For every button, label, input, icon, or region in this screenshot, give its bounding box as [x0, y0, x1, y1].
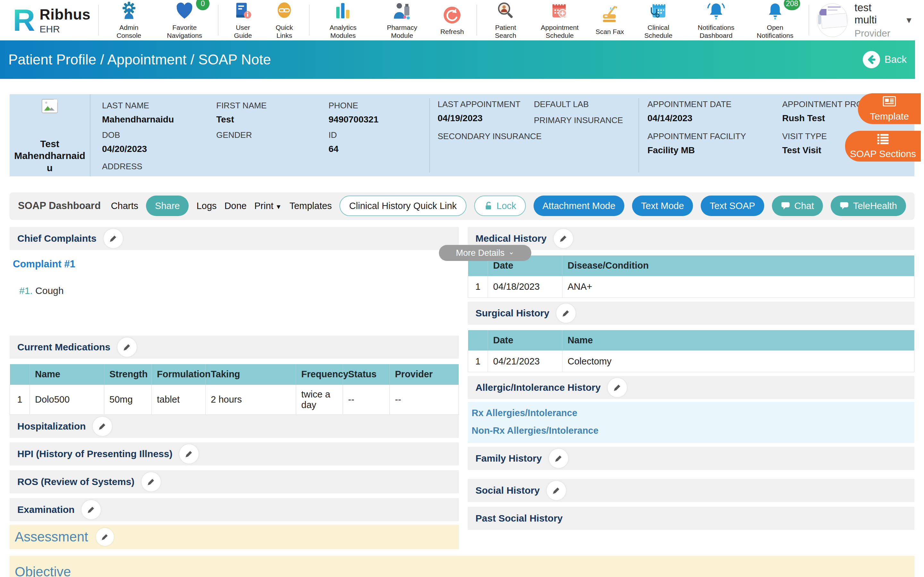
cell-name: Dolo500 [30, 385, 104, 414]
provider-avatar [817, 3, 848, 37]
template-button[interactable]: Template [858, 93, 921, 124]
edit-pencil-icon[interactable] [96, 528, 114, 546]
nav-label: Open Notifications [750, 24, 801, 40]
edit-pencil-icon[interactable] [93, 417, 112, 436]
edit-pencil-icon[interactable] [81, 500, 101, 519]
nav-user-guide[interactable]: User Guide [226, 1, 260, 40]
telehealth-label: TeleHealth [853, 201, 897, 211]
chat-button[interactable]: Chat [772, 195, 823, 216]
nav-clinical-schedule[interactable]: Clinical Schedule [634, 1, 683, 40]
clinical-history-quick-link-button[interactable]: Clinical History Quick Link [339, 195, 466, 216]
col-index [468, 330, 488, 351]
provider-name: test multi [855, 2, 893, 26]
medical-history-header-row: Date Disease/Condition [468, 255, 914, 276]
patient-photo-block: Test Mahendharnaidu [10, 94, 90, 176]
field-value: 04/14/2023 [648, 113, 732, 123]
attachment-mode-button[interactable]: Attachment Mode [533, 195, 624, 216]
field-appointment-facility: APPOINTMENT FACILITY Facility MB [648, 131, 746, 155]
lock-label: Lock [497, 201, 516, 211]
nav-patient-search[interactable]: Patient Search [485, 1, 526, 40]
nav-refresh[interactable]: Refresh [435, 5, 469, 36]
edit-pencil-icon[interactable] [142, 472, 161, 492]
nav-label: User Guide [226, 24, 260, 40]
medical-history-header: Medical History [468, 227, 914, 250]
print-dropdown[interactable]: Print▼ [254, 201, 282, 211]
surgical-history-table: Date Name 1 04/21/2023 Colectomy [468, 330, 914, 372]
complaint-number: #1. [19, 285, 33, 296]
logo-text: Ribhus EHR [39, 6, 90, 35]
edit-pencil-icon[interactable] [103, 229, 123, 248]
field-secondary-insurance: SECONDARY INSURANCE [438, 131, 541, 141]
nav-divider [809, 5, 809, 35]
logs-link[interactable]: Logs [196, 201, 216, 211]
rx-allergies-link[interactable]: Rx Allergies/Intolerance [472, 408, 914, 418]
col-formulation: Formulation [152, 364, 206, 385]
template-icon [882, 95, 897, 108]
medication-row: 1 Dolo500 50mg tablet 2 hours twice a da… [10, 385, 459, 414]
field-visit-type: VISIT TYPE Test Visit [782, 131, 827, 155]
field-default-lab: DEFAULT LAB [534, 99, 589, 109]
nav-pharmacy-module[interactable]: Pharmacy Module [376, 1, 428, 40]
edit-pencil-icon[interactable] [549, 449, 568, 468]
section-title: Past Social History [475, 513, 563, 524]
ros-header: ROS (Review of Systems) [10, 470, 459, 493]
text-soap-button[interactable]: Text SOAP [701, 195, 764, 216]
nav-notifications-dashboard[interactable]: Notifications Dashboard [690, 1, 742, 40]
soap-sections-button[interactable]: SOAP Sections [845, 131, 921, 161]
back-button[interactable]: Back [863, 51, 907, 68]
complaint-1-link[interactable]: Complaint #1 [13, 258, 459, 270]
edit-pencil-icon[interactable] [607, 378, 627, 397]
field-id: ID 64 [328, 130, 338, 154]
nav-favorite-navigations[interactable]: 0 Favorite Navigations [159, 1, 210, 40]
chief-complaints-header: Chief Complaints [10, 227, 459, 250]
edit-pencil-icon[interactable] [554, 229, 573, 248]
bell-waves-icon [706, 1, 726, 21]
edit-pencil-icon[interactable] [179, 444, 199, 464]
col-taking: Taking [206, 364, 296, 385]
page-header: Patient Profile / Appointment / SOAP Not… [0, 40, 915, 79]
field-divider [429, 98, 430, 172]
nav-admin-console[interactable]: Admin Console [107, 1, 151, 40]
magnifier-person-icon [495, 1, 516, 21]
section-title: Surgical History [475, 308, 549, 319]
edit-pencil-icon[interactable] [556, 303, 575, 323]
nav-appointment-schedule[interactable]: Appointment Schedule [534, 1, 586, 40]
provider-profile-menu[interactable]: test multi Provider ▼ [817, 2, 913, 39]
telehealth-button[interactable]: TeleHealth [830, 195, 906, 216]
template-label: Template [870, 111, 909, 122]
back-arrow-icon [863, 51, 880, 68]
edit-pencil-icon[interactable] [547, 481, 566, 500]
text-mode-button[interactable]: Text Mode [632, 195, 693, 216]
nav-divider [477, 5, 477, 35]
templates-link[interactable]: Templates [289, 201, 332, 211]
nav-analytics-modules[interactable]: Analytics Modules [317, 1, 368, 40]
charts-link[interactable]: Charts [111, 201, 138, 211]
field-label: VISIT TYPE [782, 131, 827, 141]
section-title: Allergic/Intolerance History [475, 382, 601, 393]
chevron-down-icon: ⌄ [509, 248, 514, 256]
field-value: Test Visit [782, 145, 827, 155]
done-link[interactable]: Done [224, 201, 246, 211]
non-rx-allergies-link[interactable]: Non-Rx Allergies/Intolerance [472, 425, 914, 436]
edit-pencil-icon[interactable] [118, 338, 137, 357]
share-button[interactable]: Share [146, 195, 189, 216]
more-details-button[interactable]: More Details ⌄ [439, 245, 531, 261]
examination-header: Examination [10, 498, 459, 521]
field-label: ADDRESS [102, 161, 142, 171]
app-logo[interactable]: R Ribhus EHR [13, 6, 90, 35]
chat-label: Chat [795, 201, 814, 211]
cell-index: 1 [468, 351, 488, 372]
col-name: Name [562, 330, 914, 351]
page-title: Patient Profile / Appointment / SOAP Not… [8, 52, 271, 68]
col-condition: Disease/Condition [562, 255, 914, 276]
cell-name: Colectomy [562, 351, 914, 372]
nav-open-notifications[interactable]: 208 Open Notifications [750, 1, 801, 40]
nav-quick-links[interactable]: Quick Links [267, 1, 301, 40]
nav-scan-fax[interactable]: Scan Fax [593, 5, 627, 36]
chevron-down-icon: ▼ [275, 203, 282, 210]
lock-button[interactable]: Lock [474, 195, 526, 216]
chevron-down-icon[interactable]: ▼ [905, 15, 913, 25]
book-info-icon [233, 1, 253, 21]
list-icon [876, 133, 890, 146]
allergy-links-panel: Rx Allergies/Intolerance Non-Rx Allergie… [468, 402, 914, 443]
